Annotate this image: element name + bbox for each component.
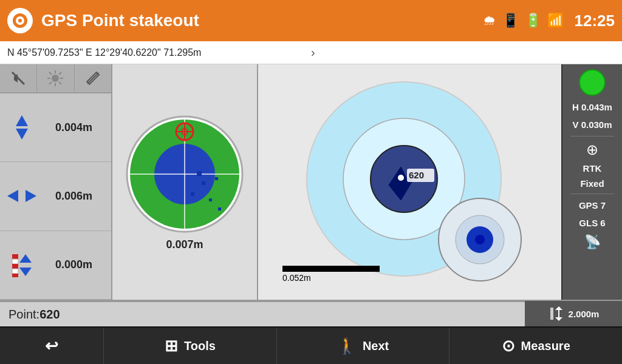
elevation-measurement-row: 0.000m bbox=[0, 231, 111, 300]
scale-bar: 0.052m bbox=[282, 266, 380, 283]
measurements-section: 0.004m 0.006m bbox=[0, 93, 111, 300]
svg-marker-16 bbox=[16, 115, 28, 126]
rtk-icon: ⊕ bbox=[586, 141, 598, 158]
rtk-status: RTK bbox=[583, 163, 602, 174]
svg-rect-36 bbox=[215, 177, 218, 180]
svg-marker-19 bbox=[26, 190, 36, 202]
svg-text:620: 620 bbox=[409, 170, 424, 180]
phone-icon: 📱 bbox=[502, 13, 519, 29]
svg-line-11 bbox=[59, 82, 61, 84]
north-value: 0.004m bbox=[40, 121, 108, 134]
svg-rect-24 bbox=[12, 274, 18, 277]
tools-label: Tools bbox=[184, 339, 216, 353]
svg-line-10 bbox=[49, 72, 52, 75]
elevation-value: 0.000m bbox=[40, 258, 108, 271]
gls-count: GLS 6 bbox=[579, 217, 605, 229]
svg-point-52 bbox=[475, 235, 485, 244]
measure-icon: ⊙ bbox=[502, 337, 515, 356]
svg-rect-23 bbox=[12, 269, 18, 274]
elevation-icon bbox=[4, 252, 40, 278]
svg-line-13 bbox=[49, 82, 52, 84]
scale-line-graphic bbox=[282, 266, 380, 272]
panel-divider bbox=[570, 136, 614, 136]
svg-marker-25 bbox=[19, 254, 32, 263]
svg-rect-34 bbox=[191, 192, 194, 196]
point-bar-row: Point: 620 2.000m bbox=[0, 300, 622, 326]
bottom-toolbar: ↩ ⊞ Tools 🚶 Next ⊙ Measure bbox=[0, 326, 622, 364]
page-title: GPS Point stakeout bbox=[41, 11, 483, 30]
rtk-quality: Fixed bbox=[580, 178, 604, 189]
svg-rect-32 bbox=[197, 171, 202, 176]
svg-point-2 bbox=[18, 19, 22, 22]
large-circle-diagram: 620 bbox=[295, 79, 525, 285]
north-measurement-row: 0.004m bbox=[0, 93, 111, 162]
svg-marker-56 bbox=[555, 317, 562, 321]
north-arrows-icon bbox=[4, 114, 40, 141]
svg-line-12 bbox=[59, 72, 61, 75]
scale-value: 0.052m bbox=[282, 273, 311, 283]
left-panel: 0.004m 0.006m bbox=[0, 64, 112, 300]
svg-marker-26 bbox=[19, 268, 32, 276]
satellite-icon: 📡 bbox=[584, 234, 601, 250]
svg-rect-37 bbox=[218, 207, 221, 211]
v-accuracy: V 0.030m bbox=[572, 118, 612, 131]
height-indicator: 2.000m bbox=[525, 301, 622, 326]
main-content: 0.004m 0.006m bbox=[0, 64, 622, 300]
svg-rect-4 bbox=[14, 76, 18, 80]
point-number: 620 bbox=[39, 308, 60, 322]
app-logo bbox=[7, 8, 33, 33]
gps-count: GPS 7 bbox=[579, 199, 606, 212]
coordinates-text: N 45°57'09.7253" E 12°29'40.6220" 71.295… bbox=[7, 47, 311, 58]
svg-rect-33 bbox=[202, 181, 205, 185]
coords-arrow-icon[interactable]: › bbox=[311, 46, 615, 59]
svg-marker-17 bbox=[16, 129, 28, 140]
point-label: Point: bbox=[9, 308, 39, 322]
back-button[interactable]: ↩ bbox=[0, 328, 104, 364]
next-button[interactable]: 🚶 Next bbox=[277, 328, 450, 364]
system-time: 12:25 bbox=[575, 12, 615, 30]
mute-button[interactable] bbox=[0, 64, 37, 92]
right-diagram: 620 0.052m bbox=[258, 64, 561, 300]
east-arrows-icon bbox=[4, 183, 40, 209]
status-icons: 🌧 📱 🔋 📶 12:25 bbox=[483, 12, 615, 30]
svg-rect-53 bbox=[550, 308, 553, 320]
signal-icon: 📶 bbox=[547, 13, 564, 29]
h-accuracy: H 0.043m bbox=[572, 101, 612, 113]
svg-marker-18 bbox=[7, 190, 18, 202]
point-bar: Point: 620 bbox=[0, 301, 525, 326]
tools-button[interactable]: ⊞ Tools bbox=[104, 328, 277, 364]
battery-icon: 🔋 bbox=[525, 13, 541, 29]
center-measurement-value: 0.007m bbox=[166, 238, 203, 251]
logo-icon bbox=[11, 12, 29, 30]
panel-divider-2 bbox=[570, 194, 614, 194]
svg-rect-21 bbox=[12, 259, 18, 264]
svg-point-46 bbox=[398, 175, 404, 181]
brightness-button[interactable] bbox=[37, 64, 74, 92]
next-icon: 🚶 bbox=[337, 337, 357, 356]
measure-button[interactable]: ⊙ Measure bbox=[449, 328, 622, 364]
gps-status-indicator bbox=[579, 69, 606, 96]
coordinates-bar: N 45°57'09.7253" E 12°29'40.6220" 71.295… bbox=[0, 41, 622, 64]
svg-line-15 bbox=[87, 73, 98, 84]
weather-icon: 🌧 bbox=[483, 13, 496, 29]
measure-label: Measure bbox=[521, 339, 570, 353]
next-label: Next bbox=[363, 339, 389, 353]
icon-toolbar bbox=[0, 64, 111, 93]
east-value: 0.006m bbox=[40, 190, 108, 203]
east-measurement-row: 0.006m bbox=[0, 162, 111, 231]
info-panel: H 0.043m V 0.030m ⊕ RTK Fixed GPS 7 GLS … bbox=[561, 64, 622, 300]
stakeout-circle-diagram bbox=[124, 113, 245, 235]
svg-marker-55 bbox=[555, 306, 562, 310]
tools-icon: ⊞ bbox=[165, 337, 178, 356]
svg-rect-20 bbox=[12, 254, 18, 259]
back-icon: ↩ bbox=[45, 337, 58, 356]
svg-rect-22 bbox=[12, 264, 18, 269]
measure-tool-button[interactable] bbox=[75, 64, 111, 92]
height-icon bbox=[548, 305, 565, 322]
svg-point-5 bbox=[52, 75, 59, 82]
app-header: GPS Point stakeout 🌧 📱 🔋 📶 12:25 bbox=[0, 0, 622, 41]
center-diagram: 0.007m bbox=[112, 64, 258, 300]
svg-rect-35 bbox=[209, 198, 212, 201]
height-value: 2.000m bbox=[569, 309, 600, 319]
